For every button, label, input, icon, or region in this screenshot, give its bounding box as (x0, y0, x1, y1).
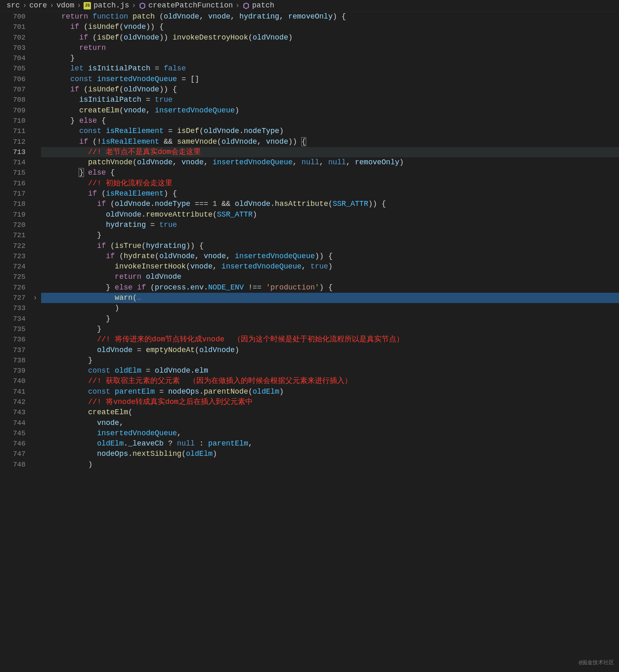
code-line[interactable]: insertedVnodeQueue, (41, 428, 619, 439)
code-line[interactable]: } else if (process.env.NODE_ENV !== 'pro… (41, 282, 619, 293)
line-number-gutter: 700 701 702 703 704 705 706 707 708 709 … (0, 12, 33, 672)
line-number: 717 (0, 189, 26, 199)
watermark: @掘金技术社区 (579, 658, 614, 668)
code-line[interactable]: return (41, 43, 619, 53)
code-line[interactable]: createElm(vnode, insertedVnodeQueue) (41, 105, 619, 116)
code-line[interactable]: if (oldVnode.nodeType === 1 && oldVnode.… (41, 199, 619, 209)
code-line[interactable]: } (41, 314, 619, 324)
line-number: 712 (0, 137, 26, 147)
line-number: 721 (0, 230, 26, 240)
chevron-right-icon: › (77, 0, 81, 11)
breadcrumb-seg-core[interactable]: core (29, 0, 47, 11)
code-line[interactable]: if (isRealElement) { (41, 189, 619, 199)
code-line[interactable]: if (isUndef(vnode)) { (41, 22, 619, 32)
line-number: 710 (0, 116, 26, 126)
line-number: 716 (0, 178, 26, 189)
breadcrumb-seg-fn2[interactable]: patch (252, 0, 275, 11)
line-number: 736 (0, 334, 26, 345)
line-number: 748 (0, 460, 26, 470)
breadcrumb[interactable]: src › core › vdom › JS patch.js › create… (0, 0, 619, 12)
code-line[interactable]: isInitialPatch = true (41, 95, 619, 105)
code-line[interactable]: //! 初始化流程会走这里 (41, 178, 619, 189)
code-line[interactable]: createElm( (41, 407, 619, 418)
code-line[interactable]: oldVnode = emptyNodeAt(oldVnode) (41, 345, 619, 355)
code-line[interactable]: //! 将vnode转成真实dom之后在插入到父元素中 (41, 397, 619, 407)
line-number: 701 (0, 22, 26, 32)
line-number: 743 (0, 407, 26, 418)
line-number: 719 (0, 210, 26, 220)
code-line[interactable]: invokeInsertHook(vnode, insertedVnodeQue… (41, 261, 619, 272)
line-number: 741 (0, 387, 26, 397)
line-number: 733 (0, 303, 26, 313)
code-line[interactable]: hydrating = true (41, 220, 619, 230)
code-line[interactable]: if (isDef(oldVnode)) invokeDestroyHook(o… (41, 33, 619, 43)
code-line[interactable]: } else { (41, 116, 619, 126)
code-line[interactable]: const isRealElement = isDef(oldVnode.nod… (41, 126, 619, 136)
code-line[interactable]: patchVnode(oldVnode, vnode, insertedVnod… (41, 157, 619, 168)
code-line[interactable]: ) (41, 460, 619, 470)
line-number: 718 (0, 199, 26, 209)
line-number: 744 (0, 418, 26, 428)
line-number: 713 (0, 147, 26, 157)
code-line[interactable]: return function patch (oldVnode, vnode, … (41, 12, 619, 22)
line-number: 703 (0, 43, 26, 53)
line-number: 715 (0, 168, 26, 178)
code-line[interactable]: ) (41, 303, 619, 313)
line-number: 723 (0, 251, 26, 261)
breadcrumb-seg-fn1[interactable]: createPatchFunction (149, 0, 233, 11)
line-number: 705 (0, 63, 26, 74)
code-line[interactable]: oldElm._leaveCb ? null : parentElm, (41, 439, 619, 449)
chevron-right-icon: › (22, 0, 27, 11)
breadcrumb-seg-file[interactable]: patch.js (93, 0, 129, 11)
chevron-right-icon: › (235, 0, 240, 11)
code-line[interactable]: } else { (41, 168, 619, 178)
code-area[interactable]: return function patch (oldVnode, vnode, … (41, 12, 619, 672)
line-number: 735 (0, 324, 26, 334)
line-number: 714 (0, 157, 26, 168)
line-number: 708 (0, 95, 26, 105)
code-line[interactable]: let isInitialPatch = false (41, 63, 619, 74)
code-line[interactable]: if (hydrate(oldVnode, vnode, insertedVno… (41, 251, 619, 261)
line-number: 745 (0, 428, 26, 439)
fold-chevron-icon[interactable]: › (33, 293, 38, 303)
code-line[interactable]: const insertedVnodeQueue = [] (41, 74, 619, 84)
code-line[interactable]: vnode, (41, 418, 619, 428)
line-number: 742 (0, 397, 26, 407)
line-number: 702 (0, 33, 26, 43)
code-line[interactable]: return oldVnode (41, 272, 619, 282)
code-line[interactable]: //! 老节点不是真实dom会走这里 (41, 147, 619, 157)
code-line[interactable]: } (41, 355, 619, 366)
breadcrumb-seg-vdom[interactable]: vdom (56, 0, 74, 11)
line-number: 704 (0, 53, 26, 63)
chevron-right-icon: › (132, 0, 136, 11)
line-number: 725 (0, 272, 26, 282)
code-line[interactable]: if (isTrue(hydrating)) { (41, 241, 619, 251)
breadcrumb-seg-src[interactable]: src (7, 0, 20, 11)
code-line[interactable]: const parentElm = nodeOps.parentNode(old… (41, 387, 619, 397)
fold-gutter: › (33, 12, 41, 672)
code-line[interactable]: if (!isRealElement && sameVnode(oldVnode… (41, 137, 619, 147)
symbol-method-icon (242, 2, 250, 9)
code-line[interactable]: } (41, 230, 619, 240)
code-line[interactable]: const oldElm = oldVnode.elm (41, 366, 619, 376)
line-number: 724 (0, 261, 26, 272)
code-line[interactable]: warn(… (41, 293, 619, 303)
code-line[interactable]: if (isUndef(oldVnode)) { (41, 84, 619, 95)
line-number: 711 (0, 126, 26, 136)
line-number: 727 (0, 293, 26, 303)
chevron-right-icon: › (49, 0, 54, 11)
code-line[interactable]: } (41, 53, 619, 63)
code-editor[interactable]: 700 701 702 703 704 705 706 707 708 709 … (0, 12, 619, 672)
line-number: 700 (0, 12, 26, 22)
line-number: 738 (0, 355, 26, 366)
line-number: 739 (0, 366, 26, 376)
line-number: 706 (0, 74, 26, 84)
code-line[interactable]: //! 将传进来的dom节点转化成vnode （因为这个时候是处于初始化流程所以… (41, 334, 619, 345)
code-line[interactable]: } (41, 324, 619, 334)
code-line[interactable]: nodeOps.nextSibling(oldElm) (41, 449, 619, 459)
line-number: 726 (0, 282, 26, 293)
code-line[interactable]: //! 获取宿主元素的父元素 （因为在做插入的时候会根据父元素来进行插入） (41, 376, 619, 386)
code-line[interactable]: oldVnode.removeAttribute(SSR_ATTR) (41, 210, 619, 220)
symbol-method-icon (139, 2, 146, 9)
line-number: 709 (0, 105, 26, 116)
